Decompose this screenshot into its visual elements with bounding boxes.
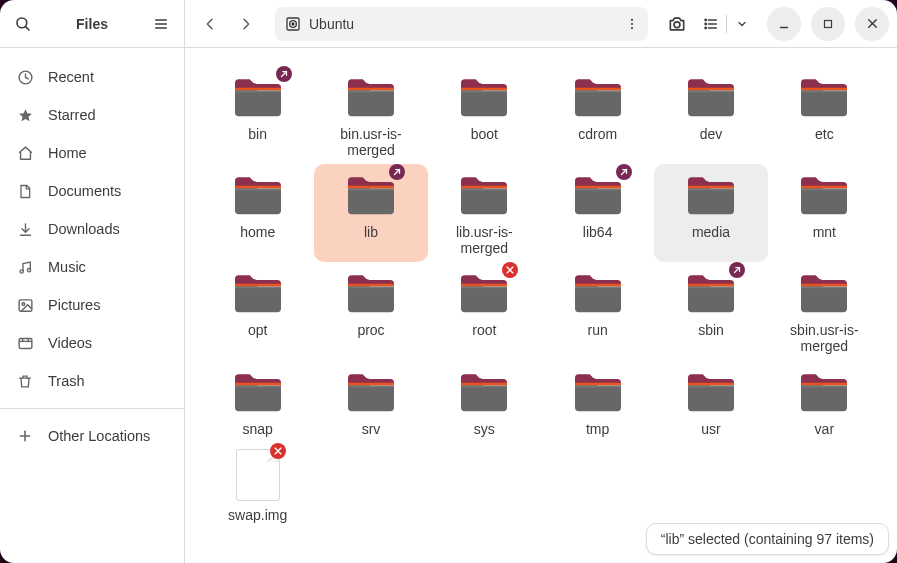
folder-bin-usr-is-merged[interactable]: bin.usr-is-merged <box>314 66 427 164</box>
svg-point-7 <box>292 23 294 25</box>
item-label: mnt <box>813 224 836 240</box>
item-label: lib.usr-is-merged <box>437 224 531 256</box>
folder-lib[interactable]: lib <box>314 164 427 262</box>
item-label: media <box>692 224 730 240</box>
folder-bin[interactable]: bin <box>201 66 314 164</box>
pathbar-location[interactable]: Ubuntu <box>275 16 616 32</box>
file-view[interactable]: binbin.usr-is-mergedbootcdromdevetchomel… <box>185 48 897 563</box>
folder-boot[interactable]: boot <box>428 66 541 164</box>
minimize-button[interactable] <box>767 7 801 41</box>
star-icon <box>16 107 34 124</box>
symlink-badge-icon <box>389 164 405 180</box>
sidebar-item-music[interactable]: Music <box>0 248 184 286</box>
view-options-button[interactable] <box>727 7 757 41</box>
folder-tmp[interactable]: tmp <box>541 361 654 443</box>
folder-media[interactable]: media <box>654 164 767 262</box>
clock-icon <box>16 69 34 86</box>
home-icon <box>16 145 34 162</box>
folder-sbin[interactable]: sbin <box>654 262 767 360</box>
folder-icon <box>456 367 512 415</box>
screenshot-button[interactable] <box>660 7 694 41</box>
folder-snap[interactable]: snap <box>201 361 314 443</box>
nav-buttons <box>193 7 263 41</box>
sidebar-item-label: Recent <box>48 69 94 85</box>
sidebar-item-label: Music <box>48 259 86 275</box>
item-label: lib64 <box>583 224 613 240</box>
svg-rect-28 <box>19 338 32 348</box>
svg-point-11 <box>674 21 680 27</box>
item-label: usr <box>701 421 720 437</box>
item-label: dev <box>700 126 723 142</box>
folder-icon <box>683 72 739 120</box>
drive-icon <box>285 16 301 32</box>
file-swap-img[interactable]: swap.img <box>201 443 314 529</box>
item-label: tmp <box>586 421 609 437</box>
sidebar-item-starred[interactable]: Starred <box>0 96 184 134</box>
sidebar-item-pictures[interactable]: Pictures <box>0 286 184 324</box>
item-label: sys <box>474 421 495 437</box>
app-title: Files <box>40 16 144 32</box>
maximize-button[interactable] <box>811 7 845 41</box>
folder-icon <box>456 170 512 218</box>
plus-icon <box>16 428 34 444</box>
search-button[interactable] <box>6 7 40 41</box>
folder-sys[interactable]: sys <box>428 361 541 443</box>
folder-mnt[interactable]: mnt <box>768 164 881 262</box>
sidebar-item-documents[interactable]: Documents <box>0 172 184 210</box>
folder-etc[interactable]: etc <box>768 66 881 164</box>
folder-usr[interactable]: usr <box>654 361 767 443</box>
chevron-left-icon <box>202 16 218 32</box>
folder-lib-usr-is-merged[interactable]: lib.usr-is-merged <box>428 164 541 262</box>
folder-lib64[interactable]: lib64 <box>541 164 654 262</box>
folder-proc[interactable]: proc <box>314 262 427 360</box>
item-label: proc <box>357 322 384 338</box>
sidebar-item-trash[interactable]: Trash <box>0 362 184 400</box>
svg-point-16 <box>705 23 706 24</box>
folder-icon <box>456 268 512 316</box>
svg-line-1 <box>25 26 29 30</box>
folder-icon <box>343 367 399 415</box>
video-icon <box>16 335 34 352</box>
close-button[interactable] <box>855 7 889 41</box>
item-label: srv <box>362 421 381 437</box>
sidebar-item-other-locations[interactable]: Other Locations <box>0 417 184 455</box>
music-icon <box>16 259 34 276</box>
item-label: run <box>588 322 608 338</box>
back-button[interactable] <box>193 7 227 41</box>
headerbar-right: Ubuntu <box>185 7 897 41</box>
folder-icon <box>570 268 626 316</box>
file-icon <box>236 449 280 501</box>
sidebar-item-downloads[interactable]: Downloads <box>0 210 184 248</box>
folder-opt[interactable]: opt <box>201 262 314 360</box>
minimize-icon <box>777 17 791 31</box>
pathbar-menu-button[interactable] <box>616 8 648 40</box>
folder-root[interactable]: root <box>428 262 541 360</box>
sidebar-menu-button[interactable] <box>144 7 178 41</box>
folder-icon <box>230 72 286 120</box>
sidebar-item-recent[interactable]: Recent <box>0 58 184 96</box>
trash-icon <box>16 373 34 390</box>
forward-button[interactable] <box>229 7 263 41</box>
folder-home[interactable]: home <box>201 164 314 262</box>
folder-icon <box>683 268 739 316</box>
folder-dev[interactable]: dev <box>654 66 767 164</box>
svg-point-9 <box>631 22 633 24</box>
sidebar-item-home[interactable]: Home <box>0 134 184 172</box>
folder-srv[interactable]: srv <box>314 361 427 443</box>
image-icon <box>16 297 34 314</box>
folder-sbin-usr-is-merged[interactable]: sbin.usr-is-merged <box>768 262 881 360</box>
folder-cdrom[interactable]: cdrom <box>541 66 654 164</box>
list-view-button[interactable] <box>696 7 726 41</box>
folder-var[interactable]: var <box>768 361 881 443</box>
folder-icon <box>343 268 399 316</box>
icon-grid: binbin.usr-is-mergedbootcdromdevetchomel… <box>185 48 897 563</box>
toolbar-right <box>660 7 889 41</box>
folder-icon <box>570 367 626 415</box>
item-label: boot <box>471 126 498 142</box>
pathbar[interactable]: Ubuntu <box>275 7 648 41</box>
item-label: opt <box>248 322 267 338</box>
folder-run[interactable]: run <box>541 262 654 360</box>
sidebar: RecentStarredHomeDocumentsDownloadsMusic… <box>0 48 185 563</box>
sidebar-item-label: Home <box>48 145 87 161</box>
sidebar-item-videos[interactable]: Videos <box>0 324 184 362</box>
